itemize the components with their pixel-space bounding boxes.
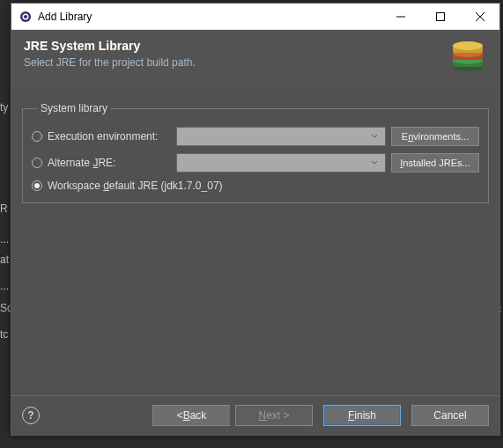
radio-label-alternate-jre: Alternate JRE: [48, 157, 115, 169]
banner: JRE System Library Select JRE for the pr… [11, 30, 499, 86]
banner-subtitle: Select JRE for the project build path. [24, 56, 440, 69]
window-title: Add Library [38, 11, 381, 23]
radio-dot-icon [32, 180, 42, 191]
svg-point-13 [453, 41, 483, 50]
library-icon [448, 39, 487, 74]
back-button[interactable]: < Back [152, 405, 230, 426]
radio-execution-environment[interactable]: Execution environment: [32, 130, 171, 143]
radio-alternate-jre[interactable]: Alternate JRE: [32, 157, 171, 169]
radio-label-workspace-default: Workspace default JRE (jdk1.7.0_07) [48, 180, 223, 192]
radio-label-execution-environment: Execution environment: [48, 130, 158, 143]
app-icon [18, 10, 33, 24]
titlebar: Add Library [11, 4, 499, 30]
maximize-button[interactable] [420, 4, 460, 29]
chevron-down-icon [367, 129, 381, 143]
radio-dot-icon [32, 158, 42, 168]
row-workspace-default: Workspace default JRE (jdk1.7.0_07) [32, 180, 479, 192]
system-library-group: System library Execution environment: En… [22, 102, 489, 203]
add-library-dialog: Add Library JRE System Library Select JR… [11, 3, 500, 436]
radio-dot-icon [32, 131, 42, 142]
row-execution-environment: Execution environment: Environments... [32, 127, 479, 146]
combo-execution-environment[interactable] [176, 127, 386, 146]
banner-title: JRE System Library [24, 39, 440, 53]
help-icon[interactable]: ? [22, 407, 40, 424]
svg-rect-4 [436, 12, 444, 20]
combo-alternate-jre[interactable] [176, 153, 386, 173]
dialog-body: System library Execution environment: En… [11, 86, 499, 395]
row-alternate-jre: Alternate JRE: Installed JREs... [32, 153, 479, 173]
radio-workspace-default[interactable]: Workspace default JRE (jdk1.7.0_07) [32, 180, 223, 192]
installed-jres-button[interactable]: Installed JREs... [391, 153, 479, 173]
footer: ? < Back Next > Finish Cancel [11, 395, 499, 435]
cancel-button[interactable]: Cancel [411, 405, 489, 426]
close-button[interactable] [460, 4, 499, 29]
minimize-button[interactable] [381, 4, 420, 29]
svg-point-2 [24, 15, 27, 18]
next-button[interactable]: Next > [235, 405, 313, 426]
finish-button[interactable]: Finish [323, 405, 401, 426]
group-legend: System library [37, 102, 111, 114]
environments-button[interactable]: Environments... [391, 127, 479, 146]
chevron-down-icon [367, 156, 381, 170]
